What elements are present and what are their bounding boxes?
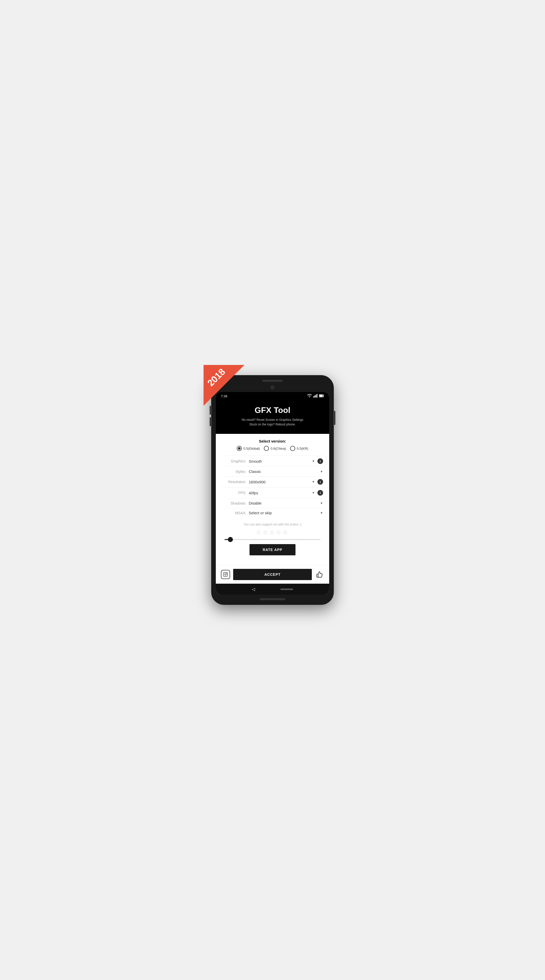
slider-tick-3 (301, 539, 303, 540)
accept-button[interactable]: ACCEPT (233, 569, 312, 580)
svg-rect-6 (319, 395, 323, 397)
back-button[interactable]: ◁ (252, 587, 255, 592)
svg-rect-0 (313, 396, 314, 398)
app-subtitle: No result? Reset Screen in Graphics Sett… (223, 417, 322, 427)
version-kr-label: 0.5(KR) (297, 447, 308, 450)
support-section: You can also support me with this button… (222, 519, 323, 560)
fps-label: FPS: (222, 491, 246, 495)
resolution-info-icon[interactable]: i (317, 479, 323, 485)
svg-rect-1 (315, 395, 316, 398)
graphics-dropdown-arrow[interactable]: ▼ (312, 460, 315, 463)
fps-value: 40fps (249, 491, 311, 495)
svg-point-8 (225, 574, 226, 576)
subtitle-line2: Stuck on the logo? Reboot phone. (249, 423, 295, 426)
power-button (334, 411, 335, 425)
version-option-china[interactable]: 0.6(China) (264, 446, 286, 451)
signal-icon (313, 394, 317, 398)
slider-track (225, 539, 320, 540)
volume-down-button (210, 417, 211, 426)
version-options: 0.5(Global) 0.6(China) 0.5(KR) (222, 446, 323, 451)
radio-kr[interactable] (290, 446, 295, 451)
volume-up-button (210, 406, 211, 415)
graphics-info-label: i (320, 460, 321, 463)
graphics-label: Graphics: (222, 459, 246, 463)
resolution-info-label: i (320, 480, 321, 484)
instagram-icon[interactable] (221, 570, 230, 579)
app-title: GFX Tool (223, 406, 322, 415)
slider-tick-1 (253, 539, 254, 540)
home-indicator[interactable] (280, 589, 293, 590)
msaa-dropdown-arrow[interactable]: ▼ (320, 511, 323, 515)
thumbs-up-icon[interactable] (315, 570, 324, 579)
resolution-value: 1600x900 (249, 480, 311, 484)
front-camera (271, 385, 274, 390)
bottom-action-bar: ACCEPT (216, 565, 329, 584)
setting-row-fps: FPS: 40fps ▼ i (222, 487, 323, 498)
radio-global[interactable] (237, 446, 242, 451)
slider-tick-2 (277, 539, 278, 540)
setting-row-shadows: Shadows: Disable ▼ (222, 498, 323, 508)
styles-dropdown-arrow[interactable]: ▼ (320, 470, 323, 473)
support-text: You can also support me with this button… (222, 523, 323, 526)
setting-row-resolution: Resolution: 1600x900 ▼ i (222, 476, 323, 487)
settings-section: Graphics: Smooth ▼ i Styles: Classic ▼ (222, 456, 323, 517)
status-icons (307, 394, 324, 398)
graphics-value: Smooth (249, 459, 311, 463)
battery-icon (319, 394, 324, 398)
msaa-value: Select or skip (249, 511, 319, 515)
rate-app-button[interactable]: RATE APP (250, 544, 295, 555)
svg-rect-7 (223, 573, 228, 577)
shadows-value: Disable (249, 501, 319, 505)
version-china-label: 0.6(China) (271, 447, 286, 450)
stars-row[interactable]: ☆☆☆☆☆ (222, 529, 323, 536)
shadows-dropdown-arrow[interactable]: ▼ (320, 501, 323, 505)
version-section: Select version: 0.5(Global) 0.6(China) (222, 439, 323, 451)
phone-shell: 7:36 (211, 375, 334, 605)
setting-row-graphics: Graphics: Smooth ▼ i (222, 456, 323, 467)
app-content: Select version: 0.5(Global) 0.6(China) (216, 434, 329, 565)
slider-container[interactable] (222, 539, 323, 540)
fps-info-label: i (320, 491, 321, 495)
slider-thumb[interactable] (228, 537, 233, 542)
resolution-label: Resolution: (222, 480, 246, 484)
version-option-kr[interactable]: 0.5(KR) (290, 446, 308, 451)
svg-rect-3 (317, 394, 318, 398)
svg-point-9 (226, 573, 227, 574)
setting-row-styles: Styles: Classic ▼ (222, 467, 323, 476)
wifi-icon (307, 394, 312, 398)
top-speaker (262, 380, 283, 382)
version-label: Select version: (222, 439, 323, 443)
bottom-speaker (260, 598, 285, 600)
resolution-dropdown-arrow[interactable]: ▼ (312, 480, 315, 484)
styles-value: Classic (249, 469, 319, 474)
phone-screen: 7:36 (216, 392, 329, 595)
msaa-label: MSAA: (222, 511, 246, 515)
shadows-label: Shadows: (222, 501, 246, 505)
svg-rect-5 (323, 395, 324, 396)
subtitle-line1: No result? Reset Screen in Graphics Sett… (242, 418, 303, 422)
nav-bar: ◁ (216, 584, 329, 595)
setting-row-msaa: MSAA: Select or skip ▼ (222, 508, 323, 517)
version-option-global[interactable]: 0.5(Global) (237, 446, 260, 451)
fps-info-icon[interactable]: i (317, 490, 323, 496)
page-wrapper: 2018 7:36 (204, 365, 341, 615)
styles-label: Styles: (222, 469, 246, 474)
svg-rect-2 (316, 395, 316, 398)
graphics-info-icon[interactable]: i (317, 458, 323, 464)
fps-dropdown-arrow[interactable]: ▼ (312, 491, 315, 495)
radio-china[interactable] (264, 446, 269, 451)
corner-ribbon: 2018 (204, 365, 244, 406)
version-global-label: 0.5(Global) (244, 447, 260, 450)
